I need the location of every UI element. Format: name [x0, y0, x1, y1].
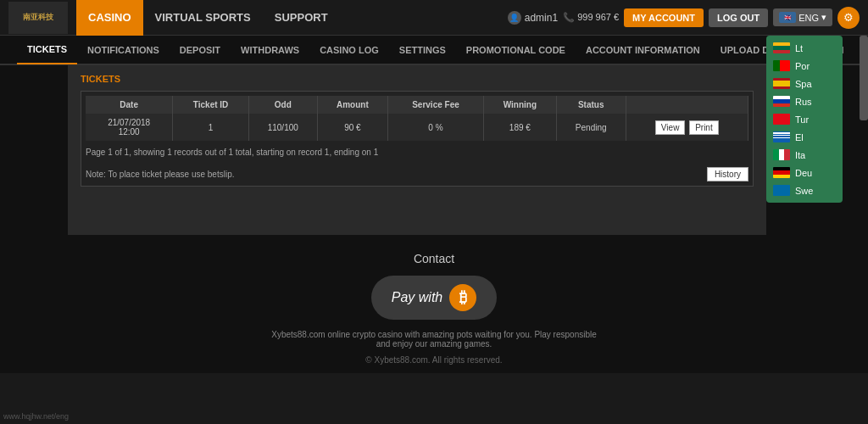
cell-ticket-id: 1 — [173, 114, 249, 141]
tickets-table-container: Date Ticket ID Odd Amount Service Fee Wi… — [81, 91, 754, 187]
lang-label-tur: Tur — [795, 114, 809, 125]
pay-text: Pay with — [392, 290, 442, 305]
note-text: Note: To place ticket please use betslip… — [86, 170, 234, 179]
flag-gr — [773, 131, 790, 142]
flag-rus — [773, 96, 790, 107]
cell-amount: 90 € — [317, 114, 387, 141]
chevron-down-icon: ▾ — [821, 12, 826, 23]
pagination-info: Page 1 of 1, showing 1 records out of 1 … — [86, 141, 748, 160]
view-button[interactable]: View — [655, 120, 686, 135]
lang-label-spa: Spa — [795, 79, 812, 89]
col-date: Date — [86, 96, 173, 114]
second-nav: TICKETS NOTIFICATIONS DEPOSIT WITHDRAWS … — [0, 36, 868, 65]
lang-option-swe[interactable]: Swe — [766, 181, 843, 199]
flag-icon: 🇬🇧 — [779, 12, 796, 23]
phone-icon: 📞 — [563, 12, 575, 22]
lang-label-swe: Swe — [795, 186, 813, 196]
nav-support[interactable]: SUPPORT — [263, 0, 340, 36]
balance: 📞 999 967 € — [563, 12, 619, 23]
tab-account-information[interactable]: ACCOUNT INFORMATION — [576, 35, 710, 64]
tab-casino-log[interactable]: CASINO LOG — [309, 35, 389, 64]
lang-option-deu[interactable]: Deu — [766, 164, 843, 181]
cell-service-fee: 0 % — [388, 114, 484, 141]
lang-option-rus[interactable]: Rus — [766, 92, 843, 110]
cell-actions: View Print — [626, 114, 748, 141]
contact-title: Contact — [8, 252, 860, 265]
col-winning: Winning — [483, 96, 556, 114]
main-content: TICKETS Date Ticket ID Odd Amount Servic… — [0, 65, 868, 235]
col-odd: Odd — [248, 96, 317, 114]
scrollbar[interactable] — [860, 36, 868, 120]
top-right: 👤 admin1 📞 999 967 € MY ACCOUNT LOG OUT … — [508, 7, 860, 29]
cell-date: 21/07/2018 12:00 — [86, 114, 173, 141]
my-account-button[interactable]: MY ACCOUNT — [624, 8, 704, 27]
flag-it — [773, 149, 790, 160]
tab-deposit[interactable]: DEPOSIT — [170, 35, 231, 64]
col-status: Status — [556, 96, 626, 114]
print-button[interactable]: Print — [689, 120, 719, 135]
logo: 南亚科技 — [8, 2, 68, 34]
cell-odd: 110/100 — [248, 114, 317, 141]
tab-withdraws[interactable]: WITHDRAWS — [231, 35, 309, 64]
lang-label: ENG — [798, 13, 819, 23]
note-area: Note: To place ticket please use betslip… — [86, 160, 748, 181]
lang-label-deu: Deu — [795, 168, 812, 178]
pay-with-button[interactable]: Pay with ₿ — [371, 276, 497, 320]
lang-option-ita[interactable]: Ita — [766, 146, 843, 164]
lang-label-ita: Ita — [795, 150, 805, 160]
lang-label-por: Por — [795, 61, 810, 71]
language-dropdown: Lt Por Spa Rus Tur El Ita Deu Swe — [766, 36, 843, 203]
gear-icon: ⚙ — [843, 11, 854, 24]
nav-casino[interactable]: CASINO — [76, 0, 143, 36]
tickets-section-label: TICKETS — [81, 74, 754, 84]
logo-text: 南亚科技 — [23, 13, 53, 22]
flag-spa — [773, 78, 790, 89]
bitcoin-icon: ₿ — [449, 284, 476, 311]
table-header-row: Date Ticket ID Odd Amount Service Fee Wi… — [86, 96, 748, 114]
main-nav: CASINO VIRTUAL SPORTS SUPPORT — [76, 0, 340, 36]
balance-amount: 999 967 € — [577, 12, 619, 22]
col-amount: Amount — [317, 96, 387, 114]
lang-option-lt[interactable]: Lt — [766, 39, 843, 57]
bottom-link: www.hqjhw.net/eng — [3, 412, 69, 421]
tab-notifications[interactable]: NOTIFICATIONS — [77, 35, 170, 64]
username: admin1 — [525, 12, 558, 24]
lang-option-spa[interactable]: Spa — [766, 75, 843, 92]
user-icon: 👤 — [508, 11, 521, 25]
nav-virtual-sports[interactable]: VIRTUAL SPORTS — [143, 0, 263, 36]
lang-label-rus: Rus — [795, 97, 812, 107]
flag-tur — [773, 114, 790, 125]
settings-button[interactable]: ⚙ — [837, 7, 860, 29]
lang-label-el: El — [795, 132, 804, 142]
language-button[interactable]: 🇬🇧 ENG ▾ — [773, 8, 832, 26]
lang-option-tur[interactable]: Tur — [766, 110, 843, 128]
col-service-fee: Service Fee — [388, 96, 484, 114]
top-nav: 南亚科技 CASINO VIRTUAL SPORTS SUPPORT 👤 adm… — [0, 0, 868, 36]
flag-swe — [773, 185, 790, 196]
lang-option-por[interactable]: Por — [766, 57, 843, 75]
user-info: 👤 admin1 — [508, 11, 558, 25]
flag-por — [773, 60, 790, 71]
footer: Contact Pay with ₿ Xybets88.com online c… — [0, 235, 868, 373]
history-button[interactable]: History — [707, 167, 748, 181]
table-row: 21/07/2018 12:00 1 110/100 90 € 0 % 189 … — [86, 114, 748, 141]
flag-lt — [773, 42, 790, 53]
col-ticket-id: Ticket ID — [173, 96, 249, 114]
footer-description: Xybets88.com online crypto casino with a… — [264, 330, 604, 349]
lang-label-lt: Lt — [795, 43, 803, 53]
cell-status: Pending — [556, 114, 626, 141]
content-area: TICKETS Date Ticket ID Odd Amount Servic… — [68, 65, 766, 235]
logout-button[interactable]: LOG OUT — [709, 8, 768, 27]
tab-tickets[interactable]: TICKETS — [17, 35, 77, 64]
tab-settings[interactable]: SETTINGS — [389, 35, 456, 64]
tab-promotional-code[interactable]: PROMOTIONAL CODE — [456, 35, 576, 64]
cell-winning: 189 € — [483, 114, 556, 141]
col-actions — [626, 96, 748, 114]
footer-copyright: © Xybets88.com. All rights reserved. — [8, 355, 860, 365]
tickets-table: Date Ticket ID Odd Amount Service Fee Wi… — [86, 96, 748, 141]
left-panel — [0, 65, 68, 235]
flag-de — [773, 167, 790, 178]
lang-option-el[interactable]: El — [766, 128, 843, 146]
